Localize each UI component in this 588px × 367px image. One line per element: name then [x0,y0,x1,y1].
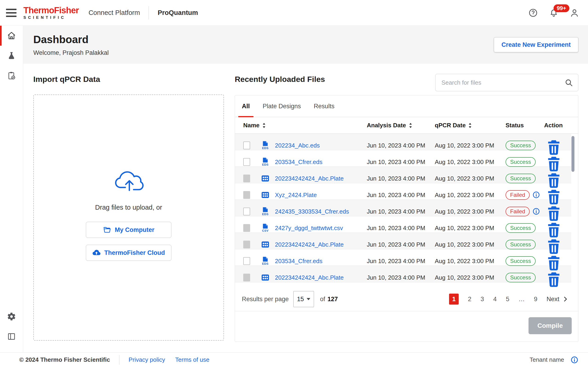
column-header-action: Action [544,122,563,129]
home-icon [7,31,16,40]
analysis-date: Jun 10, 2023 4:00 PM [367,192,425,198]
file-type-label: csv [262,229,268,232]
search-input[interactable] [435,79,564,86]
qpcr-date: Aug 10, 2022 3:00 PM [435,192,494,198]
page-list: 12345…9Next [449,294,569,305]
file-name-link[interactable]: 202234_Abc.eds [275,142,320,149]
sort-icon[interactable] [409,123,412,128]
notifications-bell-icon[interactable]: 99+ [549,8,559,18]
chevron-down-icon [307,298,310,300]
page-number-1[interactable]: 1 [449,294,459,305]
table-row: eds203534_Cfrer.edsJun 10, 2023 4:00 PMA… [235,150,571,167]
thermofisher-cloud-button[interactable]: ThermoFisher Cloud [86,245,171,261]
next-page-button[interactable]: Next [546,296,569,303]
info-icon[interactable] [532,191,540,199]
file-type-label: eds [262,163,268,166]
page-number-3[interactable]: 3 [481,296,484,303]
table-row: 202234242424_Abc.PlateJun 10, 2023 4:00 … [235,233,571,249]
sidebar [0,26,23,352]
tenant-info-icon[interactable] [571,356,578,364]
column-label: Analysis Date [367,122,406,129]
file-type-icon-plate [260,192,270,198]
tab-plate-designs[interactable]: Plate Designs [263,103,301,117]
menu-icon[interactable] [6,7,17,19]
my-computer-label: My Computer [115,226,155,234]
page-header-band: Dashboard Welcome, Prajosh Palakkal Crea… [23,26,588,64]
file-name-link[interactable]: 202234242424_Abc.Plate [275,274,344,281]
row-checkbox [243,224,250,232]
terms-of-use-link[interactable]: Terms of use [175,356,209,363]
table-row: Xyz_2424.PlateJun 10, 2023 4:00 PMAug 10… [235,183,571,200]
search-icon[interactable] [564,78,573,87]
file-name-link[interactable]: Xyz_2424.Plate [275,192,317,198]
qpcr-date: Aug 10, 2022 3:00 PM [435,158,494,165]
file-name-link[interactable]: 203534_Cfrer.eds [275,258,322,265]
row-checkbox[interactable] [243,208,250,215]
create-new-experiment-button[interactable]: Create New Experiment [494,37,578,52]
per-page-value: 15 [297,296,304,303]
column-header-status: Status [506,122,544,129]
file-type-icon-eds: eds [260,158,270,166]
clipboard-check-icon [7,71,16,80]
user-profile-icon[interactable] [570,8,579,18]
row-checkbox[interactable] [243,257,250,265]
help-icon[interactable] [528,8,538,18]
qpcr-date: Aug 10, 2022 3:00 PM [435,274,494,281]
cloud-upload-icon [113,168,145,192]
file-name-link[interactable]: 202234242424_Abc.Plate [275,175,344,182]
status-badge: Failed [506,190,530,200]
tab-label: All [242,103,250,110]
sidebar-item-results[interactable] [0,66,23,85]
sort-icon[interactable] [468,123,472,128]
page-number-5[interactable]: 5 [506,296,509,303]
analysis-date: Jun 10, 2023 4:00 PM [367,258,425,265]
row-checkbox [243,274,250,282]
flask-icon [7,51,16,60]
privacy-policy-link[interactable]: Privacy policy [129,356,165,363]
copyright-text: © 2024 Thermo Fisher Scientific [19,356,110,363]
sidebar-item-home[interactable] [0,26,23,46]
file-type-icon-plate [260,241,270,248]
delete-trash-icon[interactable] [544,270,563,289]
status-badge: Success [506,273,536,283]
table-row: eds203534_Cfrer.edsJun 10, 2023 4:00 PMA… [235,249,571,266]
status-badge: Success [506,141,536,150]
file-name-link[interactable]: 2427y_dggd_twttwtwt.csv [275,225,343,232]
recently-uploaded-card: AllPlate DesignsResults NameAnalysis Dat… [235,95,578,342]
row-checkbox[interactable] [243,158,250,166]
analysis-date: Jun 10, 2023 4:00 PM [367,142,425,149]
qpcr-date: Aug 10, 2022 3:00 PM [435,175,494,182]
row-checkbox[interactable] [243,142,250,149]
tab-all[interactable]: All [242,103,250,117]
cloud-icon [92,249,101,257]
file-type-icon-plate [260,274,270,281]
qpcr-date: Aug 10, 2022 3:00 PM [435,142,494,149]
file-name-link[interactable]: 203534_Cfrer.eds [275,158,322,165]
page-number-4[interactable]: 4 [493,296,497,303]
info-icon[interactable] [532,208,540,215]
table-scrollbar-thumb[interactable] [571,136,574,172]
row-checkbox [243,175,250,182]
sidebar-item-experiments[interactable] [0,46,23,66]
tab-results[interactable]: Results [314,103,334,117]
sidebar-item-panel[interactable] [0,326,23,346]
qpcr-date: Aug 10, 2022 3:00 PM [435,241,494,248]
column-label: qPCR Date [435,122,466,129]
my-computer-button[interactable]: My Computer [86,222,171,238]
compile-button[interactable]: Compile [528,317,572,334]
table-row: 202234242424_Abc.PlateJun 10, 2023 4:00 … [235,266,571,282]
file-type-label: eds [262,212,268,216]
file-dropzone[interactable]: Drag files to upload, or My Computer The… [33,94,224,341]
sort-icon[interactable] [262,123,266,128]
compile-divider [235,311,578,311]
page-number-2[interactable]: 2 [468,296,471,303]
page-number-9[interactable]: 9 [534,296,537,303]
per-page-select[interactable]: 15 [293,291,314,307]
file-name-link[interactable]: 202234242424_Abc.Plate [275,241,344,248]
table-rows: eds202234_Abc.edsJun 10, 2023 4:00 PMAug… [235,134,571,282]
column-header-name: Name [243,122,367,129]
column-header-qpcr-date: qPCR Date [435,122,506,129]
sidebar-item-settings[interactable] [0,307,23,326]
file-name-link[interactable]: 242435_3303534_Cfrer.eds [275,208,349,215]
column-label: Action [544,122,563,129]
